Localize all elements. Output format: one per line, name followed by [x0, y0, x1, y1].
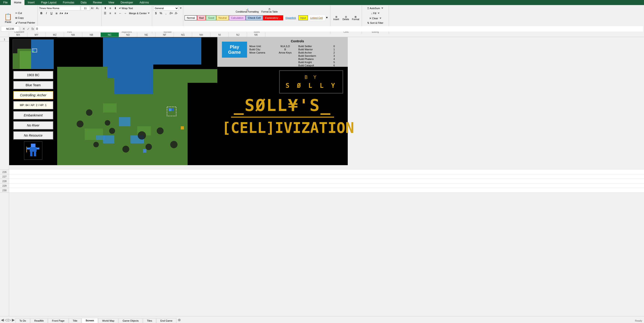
comma-button[interactable]: , [164, 11, 168, 16]
font-name-input[interactable] [39, 6, 80, 10]
percent-button[interactable]: % [158, 11, 163, 16]
indent-dec-button[interactable]: ← [118, 11, 122, 16]
underline-button[interactable]: U [49, 11, 54, 16]
river-button[interactable]: No River [13, 121, 53, 130]
terrain-button[interactable]: Embankment [13, 111, 53, 120]
align-top-button[interactable]: ⬆ [103, 6, 108, 10]
align-left-button[interactable]: ☰ [103, 11, 108, 16]
function-icon[interactable]: fx [31, 26, 34, 31]
col-header-MY[interactable]: MY [28, 32, 46, 37]
game-map[interactable] [57, 37, 217, 165]
col-header-NK[interactable]: NK [247, 32, 266, 37]
clear-button[interactable]: ✕ Clear [368, 16, 382, 20]
resource-button[interactable]: No Resource [13, 131, 53, 140]
tab-nav-next[interactable]: ▶ [12, 318, 15, 322]
col-header-NA[interactable]: NA [64, 32, 82, 37]
style-bad[interactable]: Bad [197, 15, 206, 20]
format-button[interactable]: ⊠ Format [351, 11, 360, 26]
font-color-button[interactable]: A▼ [64, 11, 69, 16]
fill-button[interactable]: ↓ Fill [370, 11, 380, 16]
number-format-select[interactable]: General Number Currency Date Text [154, 6, 179, 10]
align-middle-button[interactable]: ≡ [108, 6, 112, 10]
tab-title[interactable]: Title [69, 318, 81, 323]
copy-button[interactable]: ⧉ Copy [14, 16, 36, 20]
formula-input[interactable] [36, 26, 643, 32]
decimal-inc-button[interactable]: .0+ [168, 11, 173, 16]
tab-data[interactable]: Data [78, 0, 90, 5]
style-input[interactable]: Input [298, 15, 308, 20]
col-header-NC[interactable]: NC [101, 32, 119, 37]
col-header-ND[interactable]: ND [119, 32, 137, 37]
align-center-button[interactable]: ≡ [108, 11, 112, 16]
tab-formulas[interactable]: Formulas [60, 0, 78, 5]
align-bottom-button[interactable]: ⬇ [113, 6, 118, 10]
col-header-NG[interactable]: NG [174, 32, 192, 37]
col-header-NH[interactable]: NH [192, 32, 210, 37]
style-good[interactable]: Good [206, 15, 216, 20]
currency-button[interactable]: $ [154, 11, 158, 16]
align-right-button[interactable]: ≡ [113, 11, 118, 16]
col-header-MX[interactable]: MX [9, 32, 28, 37]
tab-nav-prev2[interactable]: ◁ [4, 318, 7, 322]
decimal-dec-button[interactable]: .0- [174, 11, 178, 16]
wrap-text-button[interactable]: ↵ Wrap Text [118, 6, 134, 10]
tab-review[interactable]: Review [90, 0, 105, 5]
tab-todo[interactable]: To Do [16, 318, 30, 323]
format-painter-button[interactable]: 🖌 Format Painter [14, 20, 36, 25]
stats-button[interactable]: MP: 84 / AP: 2 / HP: 1 [13, 101, 53, 109]
style-linked-cell[interactable]: Linked Cell [308, 15, 325, 20]
style-calculation[interactable]: Calculation [229, 15, 246, 20]
cut-button[interactable]: ✂ Cut [14, 11, 36, 15]
tab-tiles[interactable]: Tiles [143, 318, 156, 323]
play-game-button[interactable]: Play Game [222, 42, 247, 58]
font-grow-button[interactable]: A↑ [90, 6, 95, 10]
font-size-input[interactable] [81, 6, 90, 10]
tab-screen[interactable]: Screen [82, 318, 98, 323]
tab-nav-prev[interactable]: ◀ [1, 318, 4, 322]
col-header-NF[interactable]: NF [156, 32, 174, 37]
paste-button[interactable]: 📋 Paste [2, 11, 14, 26]
team-button[interactable]: Blue Team [13, 81, 53, 89]
conditional-formatting-button[interactable]: 📊 Conditional Formatting [234, 6, 260, 15]
tab-addins[interactable]: Add-ins [136, 0, 152, 5]
tab-insert[interactable]: Insert [24, 0, 38, 5]
confirm-formula-icon[interactable]: ✓ [26, 26, 30, 31]
controlling-button[interactable]: Controlling: Archer [13, 91, 53, 99]
tab-front-page[interactable]: Front Page [48, 318, 68, 323]
merge-center-button[interactable]: Merge & Center [128, 12, 151, 15]
col-header-NI[interactable]: NI [210, 32, 229, 37]
italic-button[interactable]: I [44, 11, 49, 16]
style-explanatory[interactable]: Explanatory ... [263, 15, 283, 20]
col-header-NE[interactable]: NE [137, 32, 156, 37]
border-button[interactable]: ⊞ [54, 11, 59, 16]
tab-readme[interactable]: ReadMe [30, 318, 48, 323]
sort-filter-button[interactable]: ⇅ Sort & Filter [366, 20, 384, 25]
style-check-cell[interactable]: Check Cell [246, 15, 263, 20]
tab-view[interactable]: View [105, 0, 118, 5]
year-button[interactable]: 1903 BC [13, 71, 53, 79]
name-box[interactable] [1, 26, 19, 32]
tab-world-map[interactable]: World Map [98, 318, 118, 323]
style-normal[interactable]: Normal [184, 15, 197, 20]
tab-home[interactable]: Home [11, 0, 24, 5]
indent-inc-button[interactable]: → [123, 11, 128, 16]
tab-file[interactable]: File [0, 0, 11, 5]
format-as-table-button[interactable]: 🗒 Format as Table [260, 6, 279, 15]
tab-nav-next2[interactable]: ▷ [8, 318, 11, 322]
bold-button[interactable]: B [39, 11, 44, 16]
font-shrink-button[interactable]: A↓ [96, 6, 100, 10]
insert-button[interactable]: ⊞ Insert [332, 11, 341, 26]
col-header-NJ[interactable]: NJ [229, 32, 247, 37]
tab-developer[interactable]: Developer [117, 0, 136, 5]
add-sheet-button[interactable]: ⊕ [177, 317, 182, 323]
style-neutral[interactable]: Neutral [216, 15, 228, 20]
style-hyperlink[interactable]: Hyperlink [284, 15, 298, 20]
tab-page-layout[interactable]: Page Layout [38, 0, 60, 5]
col-header-NB[interactable]: NB [82, 32, 101, 37]
col-header-MZ[interactable]: MZ [46, 32, 64, 37]
tab-game-objects[interactable]: Game Objects [119, 318, 142, 323]
autosum-button[interactable]: Σ AutoSum [366, 6, 384, 10]
styles-more-button[interactable]: ▼ [325, 15, 329, 20]
delete-button[interactable]: ⊟ Delete [341, 11, 350, 26]
cancel-formula-icon[interactable]: ✕ [22, 26, 26, 31]
